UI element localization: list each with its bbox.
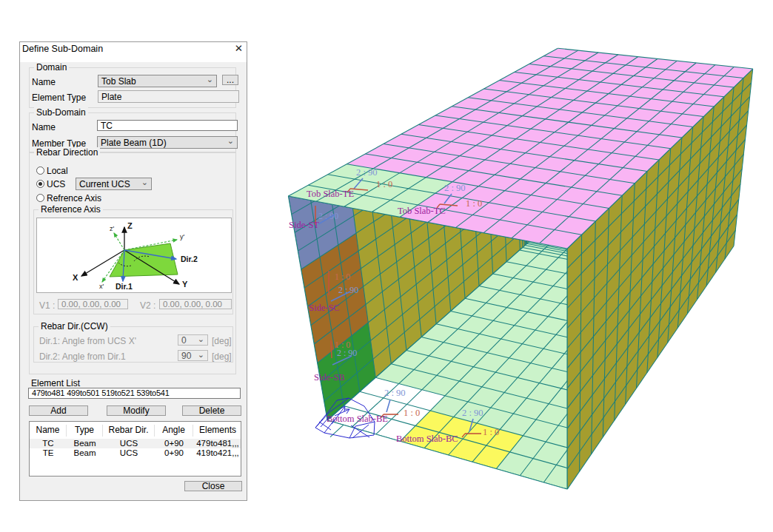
svg-text:Dir.1: Dir.1 (116, 282, 133, 291)
svg-text:1 : 0: 1 : 0 (466, 198, 482, 209)
svg-text:Tob Slab-TC: Tob Slab-TC (398, 206, 446, 216)
svg-text:1 : 0: 1 : 0 (376, 179, 392, 189)
svg-text:2 : 90: 2 : 90 (318, 211, 338, 221)
svg-text:2 : 90: 2 : 90 (444, 183, 465, 193)
svg-text:2 : 90: 2 : 90 (338, 285, 358, 295)
svg-text:1 : 0: 1 : 0 (335, 272, 350, 282)
svg-text:Tob Slab-TE: Tob Slab-TE (307, 189, 354, 199)
svg-text:2 : 90: 2 : 90 (337, 348, 357, 358)
svg-text:Bottom Slab-BC: Bottom Slab-BC (396, 434, 458, 444)
svg-text:Z: Z (127, 221, 133, 230)
svg-text:Side-ST: Side-ST (289, 220, 319, 230)
svg-text:Side-SB: Side-SB (314, 372, 345, 383)
svg-text:2 : 90: 2 : 90 (356, 167, 377, 178)
svg-text:y': y' (180, 233, 185, 240)
svg-text:x': x' (99, 283, 104, 290)
svg-text:1 : 0: 1 : 0 (483, 427, 499, 437)
svg-text:z': z' (110, 225, 115, 232)
svg-text:2 : 90: 2 : 90 (384, 388, 405, 398)
svg-text:Side-SC: Side-SC (309, 303, 340, 313)
svg-text:X: X (73, 273, 78, 282)
svg-text:1 : 0: 1 : 0 (404, 408, 420, 418)
svg-text:2 : 90: 2 : 90 (462, 408, 483, 418)
svg-text:Dir.2: Dir.2 (181, 255, 198, 263)
svg-text:Y: Y (182, 280, 188, 289)
